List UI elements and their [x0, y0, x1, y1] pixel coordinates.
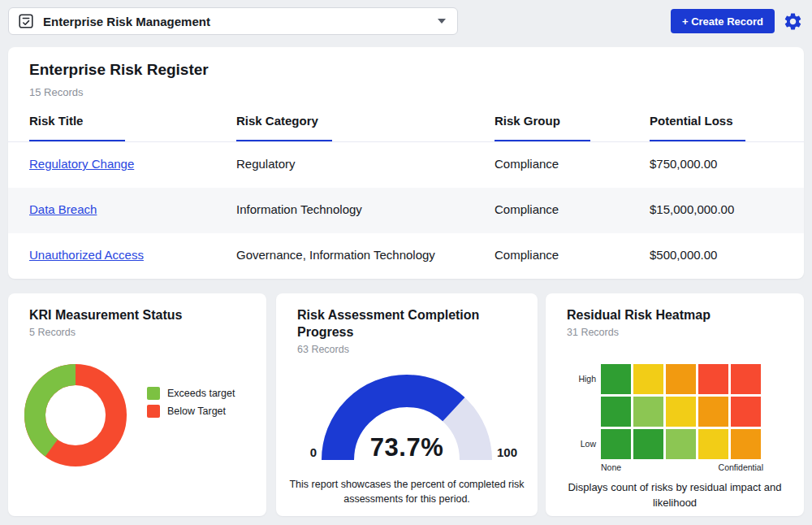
- heatmap-cell[interactable]: [731, 429, 761, 459]
- application-selector[interactable]: Enterprise Risk Management: [8, 7, 458, 35]
- widget-description: Displays count of risks by residual impa…: [554, 480, 796, 511]
- widget-description: This report showcases the percent of com…: [284, 477, 529, 506]
- heatmap-chart[interactable]: [601, 364, 761, 459]
- risk-group-cell: Compliance: [495, 248, 559, 262]
- legend-swatch: [147, 387, 160, 400]
- heatmap-cell[interactable]: [633, 364, 663, 394]
- chevron-down-icon: [438, 19, 446, 24]
- residual-risk-heatmap-widget: Residual Risk Heatmap 31 Records High Lo…: [546, 293, 804, 516]
- gauge-max-label: 100: [497, 445, 517, 459]
- heatmap-cell[interactable]: [633, 397, 663, 427]
- gauge-min-label: 0: [283, 445, 317, 459]
- donut-chart[interactable]: [23, 362, 128, 468]
- potential-loss-cell: $15,000,000.00: [650, 202, 734, 216]
- table-row: Unauthorized Access Governance, Informat…: [8, 233, 804, 279]
- heatmap-cell[interactable]: [666, 364, 696, 394]
- legend-label: Exceeds target: [167, 388, 235, 399]
- heatmap-cell[interactable]: [601, 364, 631, 394]
- heatmap-cell[interactable]: [666, 397, 696, 427]
- heatmap-cell[interactable]: [666, 429, 696, 459]
- create-record-button[interactable]: + Create Record: [671, 9, 775, 33]
- widget-title: Residual Risk Heatmap: [567, 306, 710, 323]
- widget-record-count: 63 Records: [297, 344, 349, 355]
- risk-title-link[interactable]: Data Breach: [29, 202, 97, 216]
- heatmap-cell[interactable]: [698, 397, 728, 427]
- table-row: Data Breach Information Technology Compl…: [8, 188, 804, 233]
- widget-record-count: 31 Records: [567, 327, 619, 338]
- widget-title: KRI Measurement Status: [29, 306, 183, 323]
- risk-category-cell: Information Technology: [236, 202, 362, 216]
- legend-label: Below Target: [167, 406, 226, 417]
- heatmap-cell[interactable]: [731, 397, 761, 427]
- page-title: Enterprise Risk Register: [29, 61, 209, 79]
- risk-category-cell: Governance, Information Technology: [236, 248, 435, 262]
- risk-group-cell: Compliance: [495, 157, 559, 171]
- column-header-risk-group[interactable]: Risk Group: [495, 114, 560, 128]
- risk-title-link[interactable]: Regulatory Change: [29, 157, 134, 171]
- settings-button[interactable]: [780, 9, 806, 33]
- column-header-risk-category[interactable]: Risk Category: [236, 114, 318, 128]
- potential-loss-cell: $750,000.00: [650, 157, 717, 171]
- checklist-icon: [17, 12, 35, 30]
- legend-item-below-target[interactable]: Below Target: [147, 405, 226, 418]
- legend-item-exceeds-target[interactable]: Exceeds target: [147, 387, 235, 400]
- heatmap-cell[interactable]: [698, 364, 728, 394]
- widget-title: Risk Assessment Completion Progress: [297, 306, 508, 341]
- widget-record-count: 5 Records: [29, 327, 76, 338]
- y-axis-label-low: Low: [547, 439, 596, 449]
- risk-title-link[interactable]: Unauthorized Access: [29, 248, 144, 262]
- y-axis-label-high: High: [547, 374, 596, 384]
- risk-category-cell: Regulatory: [236, 157, 296, 171]
- legend-swatch: [147, 405, 160, 418]
- application-selector-label: Enterprise Risk Management: [43, 15, 430, 28]
- risk-assessment-progress-widget: Risk Assessment Completion Progress 63 R…: [276, 293, 538, 516]
- x-axis-label-confidential: Confidential: [719, 462, 763, 472]
- kri-measurement-widget: KRI Measurement Status 5 Records Exceeds…: [8, 293, 266, 516]
- x-axis-label-none: None: [601, 462, 621, 472]
- risk-group-cell: Compliance: [495, 202, 559, 216]
- column-header-potential-loss[interactable]: Potential Loss: [650, 114, 733, 128]
- risk-register-card: Enterprise Risk Register 15 Records Risk…: [8, 47, 804, 279]
- potential-loss-cell: $500,000.00: [650, 248, 717, 262]
- heatmap-cell[interactable]: [731, 364, 761, 394]
- heatmap-cell[interactable]: [633, 429, 663, 459]
- heatmap-cell[interactable]: [601, 397, 631, 427]
- heatmap-cell[interactable]: [601, 429, 631, 459]
- column-header-risk-title[interactable]: Risk Title: [29, 114, 83, 128]
- heatmap-cell[interactable]: [698, 429, 728, 459]
- table-row: Regulatory Change Regulatory Compliance …: [8, 142, 804, 188]
- gear-icon: [783, 11, 803, 32]
- record-count: 15 Records: [29, 86, 83, 98]
